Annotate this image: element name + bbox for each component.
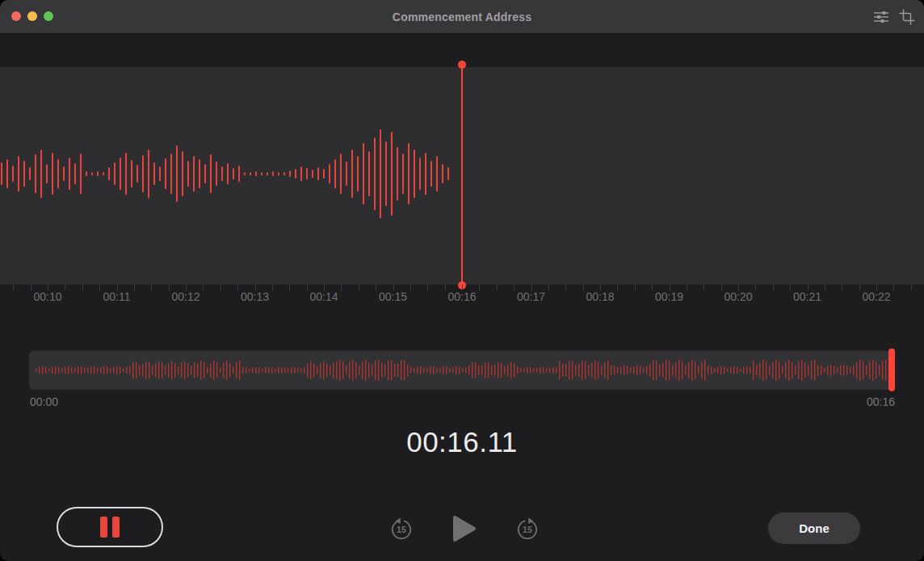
- ruler-time-label: 00:19: [655, 290, 683, 303]
- skip-forward-15-icon: 15: [514, 515, 540, 542]
- ruler-time-label: 00:18: [586, 290, 614, 303]
- pause-icon: [100, 517, 107, 538]
- ruler-time-label: 00:12: [171, 290, 200, 303]
- ruler-time-label: 00:13: [241, 290, 269, 303]
- pause-icon: [112, 517, 120, 538]
- playback-settings-sliders-icon: [873, 10, 889, 24]
- titlebar: Commencement Address: [0, 0, 924, 34]
- recording-waveform: [0, 67, 924, 285]
- voice-memos-window: Commencement Address: [0, 0, 924, 561]
- skip-forward-15-button[interactable]: 15: [514, 514, 541, 543]
- overview-start-time: 00:00: [30, 395, 58, 408]
- svg-text:15: 15: [523, 525, 532, 534]
- trim-icon: [898, 8, 916, 26]
- ruler-time-label: 00:20: [724, 290, 752, 303]
- ruler-time-label: 00:22: [862, 290, 890, 303]
- play-button[interactable]: [451, 514, 478, 543]
- current-time-display: 00:16.11: [0, 426, 924, 458]
- time-ruler: 00:0900:1000:1100:1200:1300:1400:1500:16…: [0, 290, 924, 306]
- ruler-time-label: 00:16: [447, 290, 476, 303]
- waveform-scrub-area[interactable]: [0, 67, 924, 285]
- overview-position-marker[interactable]: [888, 348, 895, 391]
- pause-recording-button[interactable]: [57, 507, 163, 547]
- trim-button[interactable]: [897, 6, 918, 27]
- playback-settings-button[interactable]: [871, 6, 892, 27]
- done-button[interactable]: Done: [768, 512, 860, 544]
- transport-controls: 15 15: [388, 512, 541, 546]
- ruler-time-label: 00:10: [33, 290, 61, 303]
- ruler-time-label: 00:17: [517, 290, 545, 303]
- skip-back-15-icon: 15: [388, 515, 414, 542]
- svg-text:15: 15: [397, 525, 406, 534]
- ruler-time-label: 00:14: [309, 290, 338, 303]
- recording-overview-strip[interactable]: [29, 351, 895, 390]
- window-title: Commencement Address: [0, 0, 924, 34]
- skip-back-15-button[interactable]: 15: [388, 514, 415, 543]
- overview-waveform: [29, 351, 895, 390]
- overview-end-time: 00:16: [867, 395, 895, 408]
- ruler-time-label: 00:15: [379, 290, 407, 303]
- ruler-time-label: 00:11: [103, 290, 131, 303]
- ruler-time-label: 00:21: [793, 290, 821, 303]
- play-icon: [452, 514, 477, 543]
